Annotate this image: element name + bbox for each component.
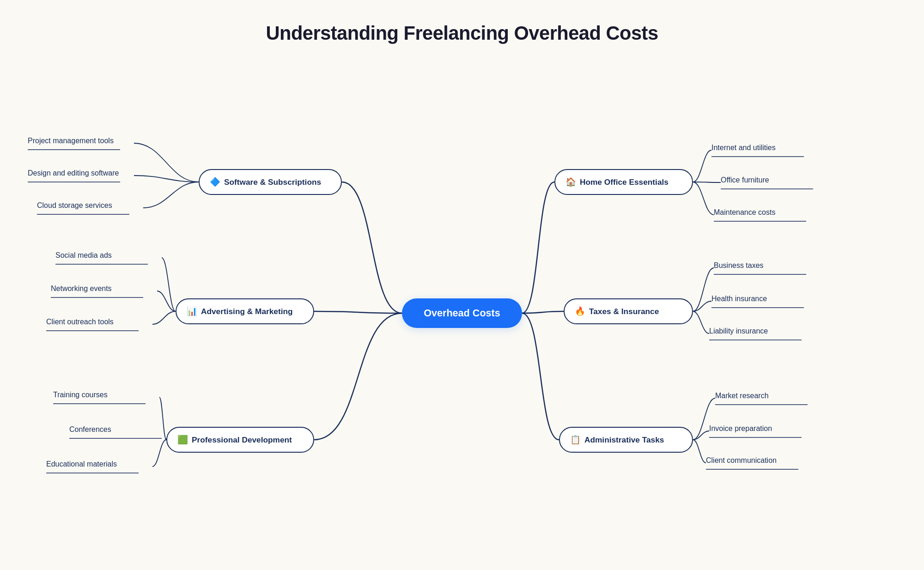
leaf-label-software-2: Cloud storage services bbox=[37, 201, 112, 210]
leaf-label-homeoffice-0: Internet and utilities bbox=[711, 144, 776, 152]
center-node: Overhead Costs bbox=[402, 298, 522, 328]
leaf-label-homeoffice-1: Office furniture bbox=[721, 176, 769, 184]
branch-icon-professional: 🟩 bbox=[177, 435, 188, 445]
leaf-label-admin-2: Client communication bbox=[706, 456, 777, 465]
center-node-label: Overhead Costs bbox=[424, 307, 500, 319]
leaf-label-homeoffice-2: Maintenance costs bbox=[714, 208, 775, 217]
leaf-label-professional-1: Conferences bbox=[69, 425, 111, 434]
branch-label-software: Software & Subscriptions bbox=[224, 177, 321, 187]
page-title: Understanding Freelancing Overhead Costs bbox=[266, 0, 658, 58]
diagram-container: Overhead Costs 🔷Software & Subscriptions… bbox=[0, 58, 924, 566]
leaf-label-taxes-1: Health insurance bbox=[711, 295, 767, 303]
branch-label-marketing: Advertising & Marketing bbox=[201, 307, 293, 316]
leaf-label-admin-1: Invoice preparation bbox=[709, 424, 772, 433]
leaf-label-marketing-0: Social media ads bbox=[55, 251, 112, 260]
branch-label-homeoffice: Home Office Essentials bbox=[580, 177, 669, 187]
branch-node-admin: 📋Administrative Tasks bbox=[559, 427, 693, 453]
leaf-label-software-1: Design and editing software bbox=[28, 169, 119, 177]
branch-icon-admin: 📋 bbox=[570, 435, 581, 445]
leaf-label-marketing-2: Client outreach tools bbox=[46, 318, 114, 326]
leaf-label-professional-2: Educational materials bbox=[46, 460, 117, 468]
leaf-label-admin-0: Market research bbox=[715, 392, 769, 400]
branch-node-marketing: 📊Advertising & Marketing bbox=[176, 298, 314, 324]
branch-node-software: 🔷Software & Subscriptions bbox=[199, 169, 342, 195]
leaf-label-taxes-0: Business taxes bbox=[714, 261, 764, 270]
leaf-label-taxes-2: Liability insurance bbox=[709, 327, 768, 335]
leaf-label-professional-0: Training courses bbox=[53, 391, 108, 399]
branch-label-taxes: Taxes & Insurance bbox=[589, 307, 659, 316]
branch-node-homeoffice: 🏠Home Office Essentials bbox=[554, 169, 693, 195]
branch-icon-homeoffice: 🏠 bbox=[565, 177, 576, 187]
branch-label-admin: Administrative Tasks bbox=[584, 435, 664, 445]
branch-icon-marketing: 📊 bbox=[187, 306, 197, 316]
branch-icon-taxes: 🔥 bbox=[575, 306, 585, 316]
branch-node-taxes: 🔥Taxes & Insurance bbox=[564, 298, 693, 324]
branch-node-professional: 🟩Professional Development bbox=[166, 427, 314, 453]
branch-label-professional: Professional Development bbox=[192, 435, 292, 445]
leaf-label-software-0: Project management tools bbox=[28, 137, 114, 145]
branch-icon-software: 🔷 bbox=[210, 177, 220, 187]
leaf-label-marketing-1: Networking events bbox=[51, 285, 112, 293]
